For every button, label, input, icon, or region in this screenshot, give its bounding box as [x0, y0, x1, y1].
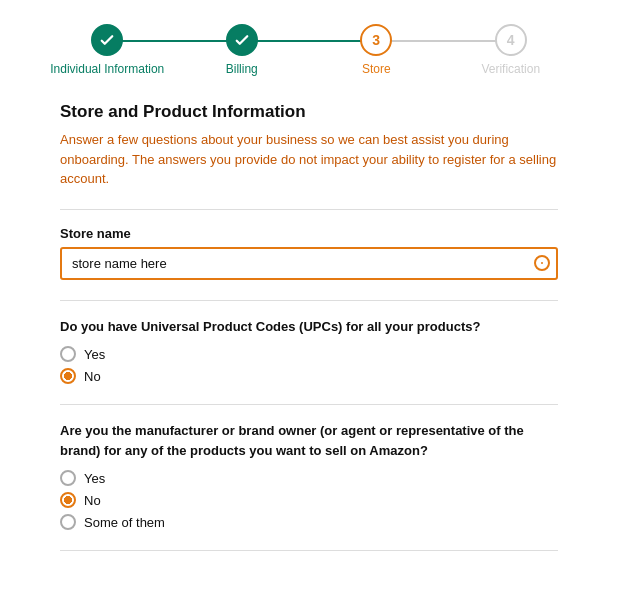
manufacturer-radio-some[interactable]	[60, 514, 76, 530]
step-circle-billing	[226, 24, 258, 56]
upc-radio-yes[interactable]	[60, 346, 76, 362]
upc-option-no-label: No	[84, 369, 101, 384]
manufacturer-option-no-label: No	[84, 493, 101, 508]
manufacturer-option-yes-label: Yes	[84, 471, 105, 486]
step-circle-individual	[91, 24, 123, 56]
manufacturer-question-label: Are you the manufacturer or brand owner …	[60, 421, 558, 460]
upc-radio-no[interactable]	[60, 368, 76, 384]
upc-question-label: Do you have Universal Product Codes (UPC…	[60, 317, 558, 337]
store-name-label: Store name	[60, 226, 558, 241]
divider-bottom	[60, 550, 558, 551]
upc-option-yes-label: Yes	[84, 347, 105, 362]
step-label-individual: Individual Information	[50, 62, 164, 76]
divider-manufacturer	[60, 404, 558, 405]
progress-bar: Individual Information Billing 3 Store 4…	[0, 0, 618, 92]
step-verification: 4 Verification	[444, 24, 579, 76]
manufacturer-option-some[interactable]: Some of them	[60, 514, 558, 530]
manufacturer-radio-yes[interactable]	[60, 470, 76, 486]
divider-upc	[60, 300, 558, 301]
divider-top	[60, 209, 558, 210]
step-label-verification: Verification	[481, 62, 540, 76]
store-name-input[interactable]	[60, 247, 558, 280]
step-individual-info: Individual Information	[40, 24, 175, 76]
step-store: 3 Store	[309, 24, 444, 76]
page-description: Answer a few questions about your busine…	[60, 130, 558, 189]
store-name-input-wrapper	[60, 247, 558, 280]
upc-option-no[interactable]: No	[60, 368, 558, 384]
input-refresh-icon	[534, 255, 550, 271]
upc-question-group: Do you have Universal Product Codes (UPC…	[60, 317, 558, 385]
store-name-group: Store name	[60, 226, 558, 280]
step-circle-verification: 4	[495, 24, 527, 56]
manufacturer-radio-group: Yes No Some of them	[60, 470, 558, 530]
manufacturer-question-group: Are you the manufacturer or brand owner …	[60, 421, 558, 530]
upc-radio-group: Yes No	[60, 346, 558, 384]
step-label-store: Store	[362, 62, 391, 76]
main-content: Store and Product Information Answer a f…	[0, 92, 618, 587]
manufacturer-option-yes[interactable]: Yes	[60, 470, 558, 486]
upc-option-yes[interactable]: Yes	[60, 346, 558, 362]
footer: Previous Next	[0, 587, 618, 598]
manufacturer-option-some-label: Some of them	[84, 515, 165, 530]
step-billing: Billing	[175, 24, 310, 76]
manufacturer-radio-no[interactable]	[60, 492, 76, 508]
step-circle-store: 3	[360, 24, 392, 56]
manufacturer-option-no[interactable]: No	[60, 492, 558, 508]
page-title: Store and Product Information	[60, 102, 558, 122]
step-label-billing: Billing	[226, 62, 258, 76]
